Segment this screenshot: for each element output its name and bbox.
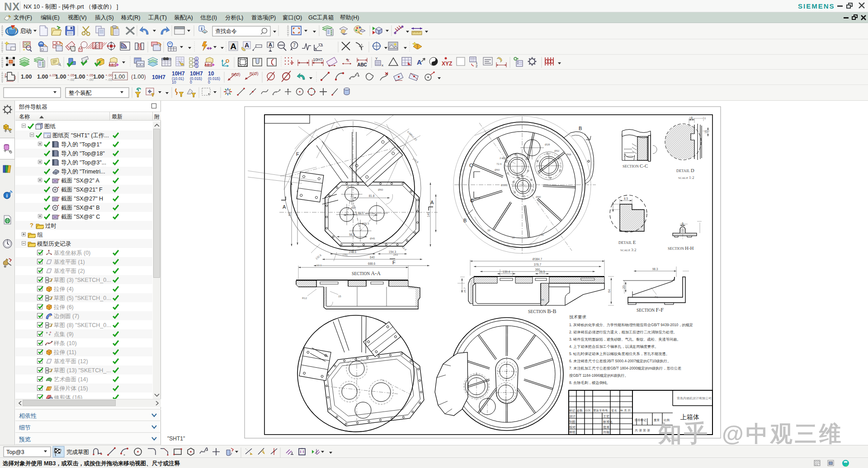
svg-text:640: 640: [370, 256, 375, 259]
svg-text:Ø55.3: Ø55.3: [362, 222, 369, 225]
svg-text:90: 90: [288, 213, 291, 216]
svg-text:SECTION A-A: SECTION A-A: [352, 270, 381, 276]
svg-text:处数: 处数: [577, 409, 583, 412]
svg-text:243: 243: [393, 253, 398, 256]
svg-text:SCALE 1:2: SCALE 1:2: [678, 175, 694, 180]
svg-text:C: C: [470, 198, 474, 203]
svg-text:10: 10: [172, 80, 176, 84]
svg-text:批准: 批准: [603, 426, 609, 429]
svg-text:A: A: [417, 58, 422, 66]
svg-text:7: 7: [293, 43, 296, 48]
svg-text:25.4: 25.4: [346, 186, 352, 188]
svg-text:248.6: 248.6: [349, 250, 357, 253]
svg-text:X: X: [347, 58, 349, 63]
svg-text:标记: 标记: [569, 409, 576, 412]
svg-text:B: B: [579, 126, 582, 131]
svg-text:A: A: [230, 42, 236, 51]
svg-text:+: +: [49, 331, 52, 335]
svg-text:+.05: +.05: [67, 73, 75, 77]
svg-text:688.6: 688.6: [368, 262, 376, 265]
svg-text:C: C: [469, 163, 473, 168]
svg-text:Ø161: Ø161: [501, 184, 508, 187]
svg-text:设计: 设计: [569, 415, 576, 418]
svg-text:1.00: 1.00: [114, 74, 125, 80]
svg-text:R6: R6: [655, 296, 658, 299]
svg-text:30: 30: [512, 236, 515, 239]
svg-text:64: 64: [608, 289, 611, 293]
svg-text:DETAIL D: DETAIL D: [676, 168, 694, 173]
svg-text:2: 2: [476, 64, 478, 68]
svg-text:8: 8: [691, 116, 693, 119]
svg-text:分区: 分区: [585, 409, 591, 412]
svg-text:26.5: 26.5: [539, 270, 545, 273]
svg-text:A: A: [430, 200, 434, 205]
svg-text:10H7: 10H7: [172, 70, 185, 77]
svg-text:1.00: 1.00: [37, 74, 48, 80]
svg-text:更改文件号: 更改文件号: [593, 409, 608, 412]
svg-text:81.8: 81.8: [369, 194, 375, 197]
svg-text:2-Ø18: 2-Ø18: [500, 157, 507, 159]
svg-text:36: 36: [487, 229, 491, 232]
svg-text:20: 20: [622, 285, 625, 289]
svg-text:日期: 日期: [603, 431, 609, 434]
svg-text:i: i: [201, 26, 202, 31]
svg-text:查找命令: 查找命令: [215, 28, 237, 34]
svg-text:SECTION F-F: SECTION F-F: [637, 307, 664, 313]
svg-text:3: 3: [196, 65, 198, 68]
svg-text:共 张 第 张: 共 张 第 张: [635, 429, 650, 432]
svg-text:99.1: 99.1: [358, 211, 363, 215]
svg-text:Ø68: Ø68: [566, 153, 571, 156]
svg-text:(1.00): (1.00): [131, 74, 146, 80]
svg-text:Ø52: Ø52: [351, 206, 356, 209]
svg-text:154.3: 154.3: [389, 250, 396, 253]
svg-text:1. 灰铸铁的化学成分、力学性能和物理性能应符合GB/T 9: 1. 灰铸铁的化学成分、力学性能和物理性能应符合GB/T 9439-2010，的…: [569, 323, 693, 327]
svg-text:i: i: [6, 193, 8, 198]
svg-text:15: 15: [338, 295, 341, 298]
svg-text:+: +: [46, 331, 48, 335]
svg-text:376.7: 376.7: [534, 263, 542, 266]
svg-text:4. 上下箱体把合后加工个轴承孔，以满足同轴度要求。: 4. 上下箱体把合后加工个轴承孔，以满足同轴度要求。: [569, 345, 658, 349]
svg-text:8.5: 8.5: [624, 197, 628, 200]
svg-text:R(Ø): R(Ø): [231, 72, 241, 77]
svg-text:R6: R6: [541, 299, 544, 301]
svg-text:Top@3: Top@3: [6, 449, 24, 455]
svg-text:36: 36: [357, 245, 360, 248]
svg-text:1.00: 1.00: [55, 74, 66, 80]
svg-text:45: 45: [541, 234, 544, 236]
svg-text:8. 去除毛刺，棱边倒钝。: 8. 去除毛刺，棱边倒钝。: [569, 381, 610, 385]
svg-text:2: 2: [196, 61, 198, 64]
svg-text:10H7: 10H7: [313, 57, 323, 62]
svg-text:SCALE 3:2: SCALE 3:2: [620, 248, 636, 252]
svg-text:1.00: 1.00: [74, 74, 85, 80]
svg-text:SECTION C-C: SECTION C-C: [623, 163, 648, 168]
svg-text:Ø52: Ø52: [554, 150, 560, 152]
svg-text:140: 140: [427, 212, 430, 217]
svg-text:10H7: 10H7: [152, 74, 165, 80]
svg-text:0: 0: [208, 80, 210, 84]
svg-text:F: F: [296, 151, 299, 157]
svg-text:SECTION H-H: SECTION H-H: [668, 245, 694, 251]
svg-text:7: 7: [321, 43, 323, 47]
svg-text:完成草图: 完成草图: [66, 449, 89, 455]
svg-text:青岛内燃机设计有限公司: 青岛内燃机设计有限公司: [677, 397, 712, 400]
svg-text:10: 10: [208, 70, 214, 77]
svg-text:制图: 制图: [569, 420, 576, 424]
svg-text:45: 45: [487, 133, 491, 136]
svg-text:R12: R12: [302, 297, 307, 300]
svg-text:58.3: 58.3: [349, 233, 355, 236]
svg-text:−.02: −.02: [67, 78, 75, 82]
svg-text:98.3: 98.3: [652, 267, 658, 271]
svg-text:6: 6: [682, 222, 684, 225]
svg-text:Ø28: Ø28: [545, 143, 550, 146]
svg-text:3. 铸件应无明显缺陷，避免砂眼、气孔、裂纹、疏松、夹渣等问: 3. 铸件应无明显缺陷，避免砂眼、气孔、裂纹、疏松、夹渣等问题。: [569, 337, 681, 342]
svg-text:ABC: ABC: [108, 63, 117, 67]
svg-text:0: 0: [704, 117, 706, 120]
svg-text:−.00: −.00: [86, 78, 94, 82]
svg-text:技术要求: 技术要求: [569, 314, 587, 319]
svg-text:Y: Y: [375, 56, 378, 61]
svg-text:Ø60: Ø60: [495, 168, 500, 171]
svg-text:2. 箱体铸后必须进行应力退火，粗加工后进行二次消除应力处理: 2. 箱体铸后必须进行应力退火，粗加工后进行二次消除应力处理。: [569, 330, 677, 334]
svg-text:72.6: 72.6: [496, 163, 502, 165]
svg-text:标准化: 标准化: [603, 420, 613, 424]
svg-text:启动: 启动: [20, 28, 32, 34]
